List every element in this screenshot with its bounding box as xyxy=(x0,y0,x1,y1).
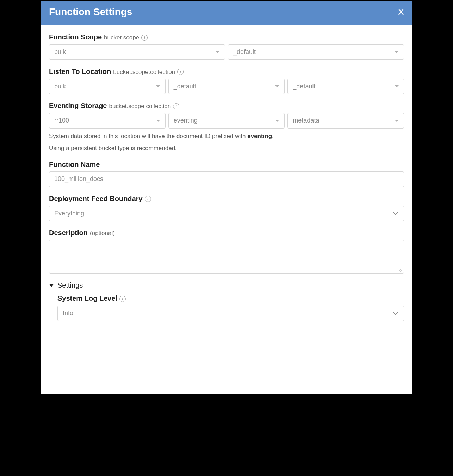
select-value: Info xyxy=(63,309,73,317)
log-level-label: System Log Level i xyxy=(57,294,404,303)
heading-subtext: bucket.scope.collection xyxy=(113,69,175,76)
heading-text: Deployment Feed Boundary xyxy=(49,195,143,203)
feed-boundary-select[interactable]: Everything xyxy=(49,206,404,221)
info-icon[interactable]: i xyxy=(141,35,148,41)
select-value: _default xyxy=(293,83,315,90)
function-settings-dialog: Function Settings X Function Scope bucke… xyxy=(40,0,413,394)
settings-panel: System Log Level i Info xyxy=(49,294,404,321)
log-level-select[interactable]: Info xyxy=(57,306,404,321)
function-scope-label: Function Scope bucket.scope i xyxy=(49,33,404,42)
description-textarea[interactable] xyxy=(49,240,404,274)
listen-location-row: bulk _default _default xyxy=(49,79,404,94)
listen-bucket-select[interactable]: bulk xyxy=(49,79,166,94)
info-icon[interactable]: i xyxy=(119,296,126,302)
storage-helper-text-2: Using a persistent bucket type is recomm… xyxy=(49,144,404,153)
listen-location-section: Listen To Location bucket.scope.collecti… xyxy=(49,68,404,94)
function-scope-scope-select[interactable]: _default xyxy=(228,44,404,60)
storage-helper-text: System data stored in this location will… xyxy=(49,132,404,141)
helper-suffix: . xyxy=(272,133,274,139)
storage-scope-select[interactable]: eventing xyxy=(168,113,285,129)
helper-prefix: System data stored in this location will… xyxy=(49,133,247,139)
heading-text: Function Scope xyxy=(49,33,102,41)
heading-text: Eventing Storage xyxy=(49,102,107,110)
chevron-down-icon xyxy=(275,85,279,87)
heading-subtext: (optional) xyxy=(90,230,115,237)
dialog-header: Function Settings X xyxy=(41,1,412,25)
settings-toggle[interactable]: Settings xyxy=(49,281,404,289)
heading-text: System Log Level xyxy=(57,294,117,302)
heading-subtext: bucket.scope xyxy=(104,34,139,41)
storage-bucket-select[interactable]: rr100 xyxy=(49,113,166,129)
feed-boundary-label: Deployment Feed Boundary i xyxy=(49,195,404,203)
select-value: rr100 xyxy=(54,117,69,124)
log-level-section: System Log Level i Info xyxy=(57,294,404,321)
dialog-body: Function Scope bucket.scope i bulk _defa… xyxy=(41,25,412,332)
heading-text: Description xyxy=(49,229,88,237)
function-name-input[interactable]: 100_million_docs xyxy=(49,171,404,187)
select-value: _default xyxy=(233,48,256,56)
chevron-down-icon xyxy=(275,120,279,122)
info-icon[interactable]: i xyxy=(145,196,151,202)
select-value: bulk xyxy=(54,83,66,90)
listen-location-label: Listen To Location bucket.scope.collecti… xyxy=(49,68,404,76)
select-value: metadata xyxy=(293,117,319,124)
close-icon[interactable]: X xyxy=(398,7,404,17)
select-value: Everything xyxy=(54,210,84,217)
function-name-label: Function Name xyxy=(49,161,404,169)
function-name-section: Function Name 100_million_docs xyxy=(49,161,404,187)
description-section: Description (optional) xyxy=(49,229,404,274)
info-icon[interactable]: i xyxy=(177,69,184,75)
select-value: _default xyxy=(174,83,196,90)
heading-subtext: bucket.scope.collection xyxy=(109,103,171,110)
listen-scope-select[interactable]: _default xyxy=(168,79,285,94)
storage-collection-select[interactable]: metadata xyxy=(287,113,404,129)
chevron-down-icon xyxy=(216,51,220,53)
chevron-down-icon xyxy=(393,210,398,215)
heading-text: Listen To Location xyxy=(49,68,111,76)
chevron-down-icon xyxy=(156,85,160,87)
info-icon[interactable]: i xyxy=(173,103,179,109)
chevron-down-icon xyxy=(393,310,398,315)
feed-boundary-section: Deployment Feed Boundary i Everything xyxy=(49,195,404,221)
input-value: 100_million_docs xyxy=(54,175,103,183)
eventing-storage-label: Eventing Storage bucket.scope.collection… xyxy=(49,102,404,110)
select-value: bulk xyxy=(54,48,66,56)
function-scope-section: Function Scope bucket.scope i bulk _defa… xyxy=(49,33,404,60)
chevron-down-icon xyxy=(395,51,399,53)
heading-text: Function Name xyxy=(49,161,100,169)
chevron-down-icon xyxy=(395,85,399,87)
eventing-storage-section: Eventing Storage bucket.scope.collection… xyxy=(49,102,404,153)
chevron-down-icon xyxy=(156,120,160,122)
select-value: eventing xyxy=(174,117,198,124)
triangle-down-icon xyxy=(49,284,54,287)
eventing-storage-row: rr100 eventing metadata xyxy=(49,113,404,129)
function-scope-bucket-select[interactable]: bulk xyxy=(49,44,225,60)
settings-toggle-label: Settings xyxy=(57,281,83,289)
description-label: Description (optional) xyxy=(49,229,404,237)
listen-collection-select[interactable]: _default xyxy=(287,79,404,94)
helper-bold: eventing xyxy=(247,133,272,139)
dialog-title: Function Settings xyxy=(49,6,132,18)
chevron-down-icon xyxy=(395,120,399,122)
function-scope-row: bulk _default xyxy=(49,44,404,60)
